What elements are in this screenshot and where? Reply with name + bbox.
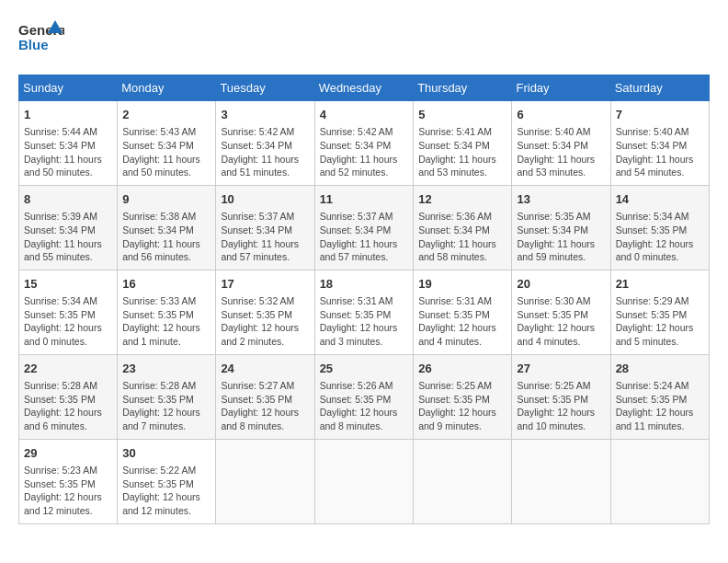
calendar-cell: 10Sunrise: 5:37 AMSunset: 5:34 PMDayligh… <box>216 185 314 270</box>
day-number: 18 <box>320 276 409 293</box>
column-header-sunday: Sunday <box>19 75 118 101</box>
day-number: 25 <box>320 361 409 377</box>
day-info: Sunrise: 5:27 AMSunset: 5:35 PMDaylight:… <box>221 379 309 433</box>
day-info: Sunrise: 5:38 AMSunset: 5:34 PMDaylight:… <box>122 210 210 264</box>
day-number: 7 <box>616 107 704 123</box>
day-number: 4 <box>320 107 409 123</box>
calendar-cell: 30Sunrise: 5:22 AMSunset: 5:35 PMDayligh… <box>118 439 216 523</box>
day-number: 9 <box>122 191 210 208</box>
calendar-cell: 16Sunrise: 5:33 AMSunset: 5:35 PMDayligh… <box>118 270 216 354</box>
day-number: 30 <box>122 445 210 462</box>
calendar-cell: 5Sunrise: 5:41 AMSunset: 5:34 PMDaylight… <box>414 101 512 186</box>
day-number: 20 <box>517 276 605 293</box>
calendar-table: SundayMondayTuesdayWednesdayThursdayFrid… <box>18 75 710 524</box>
day-info: Sunrise: 5:42 AMSunset: 5:34 PMDaylight:… <box>320 125 409 179</box>
day-number: 22 <box>24 361 112 377</box>
day-number: 17 <box>221 276 309 293</box>
calendar-cell: 27Sunrise: 5:25 AMSunset: 5:35 PMDayligh… <box>512 354 610 439</box>
calendar-cell: 14Sunrise: 5:34 AMSunset: 5:35 PMDayligh… <box>610 185 709 270</box>
day-number: 2 <box>122 107 210 123</box>
day-info: Sunrise: 5:31 AMSunset: 5:35 PMDaylight:… <box>418 294 506 349</box>
calendar-cell: 7Sunrise: 5:40 AMSunset: 5:34 PMDaylight… <box>610 101 709 186</box>
calendar-cell: 13Sunrise: 5:35 AMSunset: 5:34 PMDayligh… <box>512 185 610 270</box>
calendar-week-row: 29Sunrise: 5:23 AMSunset: 5:35 PMDayligh… <box>19 439 710 523</box>
day-info: Sunrise: 5:40 AMSunset: 5:34 PMDaylight:… <box>517 125 605 179</box>
page-header: General Blue <box>18 18 710 60</box>
calendar-cell: 8Sunrise: 5:39 AMSunset: 5:34 PMDaylight… <box>19 185 118 270</box>
logo-svg: General Blue <box>18 18 64 60</box>
day-info: Sunrise: 5:29 AMSunset: 5:35 PMDaylight:… <box>616 294 704 349</box>
day-info: Sunrise: 5:44 AMSunset: 5:34 PMDaylight:… <box>24 125 112 179</box>
calendar-cell: 23Sunrise: 5:28 AMSunset: 5:35 PMDayligh… <box>118 354 216 439</box>
calendar-cell <box>314 439 414 523</box>
calendar-cell <box>512 439 610 523</box>
calendar-week-row: 8Sunrise: 5:39 AMSunset: 5:34 PMDaylight… <box>19 185 710 270</box>
day-info: Sunrise: 5:34 AMSunset: 5:35 PMDaylight:… <box>616 210 704 264</box>
day-number: 14 <box>616 191 704 208</box>
day-info: Sunrise: 5:42 AMSunset: 5:34 PMDaylight:… <box>221 125 309 179</box>
day-info: Sunrise: 5:25 AMSunset: 5:35 PMDaylight:… <box>517 379 605 433</box>
day-number: 6 <box>517 107 605 123</box>
day-info: Sunrise: 5:36 AMSunset: 5:34 PMDaylight:… <box>418 210 506 264</box>
day-info: Sunrise: 5:40 AMSunset: 5:34 PMDaylight:… <box>616 125 704 179</box>
day-info: Sunrise: 5:31 AMSunset: 5:35 PMDaylight:… <box>320 294 409 349</box>
day-info: Sunrise: 5:37 AMSunset: 5:34 PMDaylight:… <box>221 210 309 264</box>
column-header-saturday: Saturday <box>610 75 709 101</box>
day-info: Sunrise: 5:43 AMSunset: 5:34 PMDaylight:… <box>122 125 210 179</box>
column-header-thursday: Thursday <box>414 75 512 101</box>
day-info: Sunrise: 5:37 AMSunset: 5:34 PMDaylight:… <box>320 210 409 264</box>
calendar-week-row: 22Sunrise: 5:28 AMSunset: 5:35 PMDayligh… <box>19 354 710 439</box>
calendar-cell: 9Sunrise: 5:38 AMSunset: 5:34 PMDaylight… <box>118 185 216 270</box>
day-info: Sunrise: 5:23 AMSunset: 5:35 PMDaylight:… <box>24 464 112 518</box>
calendar-body: 1Sunrise: 5:44 AMSunset: 5:34 PMDaylight… <box>19 101 710 524</box>
day-number: 10 <box>221 191 309 208</box>
calendar-cell: 3Sunrise: 5:42 AMSunset: 5:34 PMDaylight… <box>216 101 314 186</box>
day-number: 11 <box>320 191 409 208</box>
column-header-wednesday: Wednesday <box>314 75 414 101</box>
calendar-cell: 19Sunrise: 5:31 AMSunset: 5:35 PMDayligh… <box>414 270 512 354</box>
day-info: Sunrise: 5:25 AMSunset: 5:35 PMDaylight:… <box>418 379 506 433</box>
day-info: Sunrise: 5:30 AMSunset: 5:35 PMDaylight:… <box>517 294 605 349</box>
day-info: Sunrise: 5:24 AMSunset: 5:35 PMDaylight:… <box>616 379 704 433</box>
day-number: 1 <box>24 107 112 123</box>
calendar-cell: 22Sunrise: 5:28 AMSunset: 5:35 PMDayligh… <box>19 354 118 439</box>
day-info: Sunrise: 5:28 AMSunset: 5:35 PMDaylight:… <box>24 379 112 433</box>
day-number: 28 <box>616 361 704 377</box>
day-number: 8 <box>24 191 112 208</box>
day-info: Sunrise: 5:22 AMSunset: 5:35 PMDaylight:… <box>122 464 210 518</box>
calendar-cell <box>414 439 512 523</box>
day-number: 15 <box>24 276 112 293</box>
day-info: Sunrise: 5:33 AMSunset: 5:35 PMDaylight:… <box>122 294 210 349</box>
calendar-cell: 4Sunrise: 5:42 AMSunset: 5:34 PMDaylight… <box>314 101 414 186</box>
day-number: 24 <box>221 361 309 377</box>
day-info: Sunrise: 5:41 AMSunset: 5:34 PMDaylight:… <box>418 125 506 179</box>
calendar-cell: 15Sunrise: 5:34 AMSunset: 5:35 PMDayligh… <box>19 270 118 354</box>
day-number: 16 <box>122 276 210 293</box>
day-info: Sunrise: 5:28 AMSunset: 5:35 PMDaylight:… <box>122 379 210 433</box>
calendar-cell: 28Sunrise: 5:24 AMSunset: 5:35 PMDayligh… <box>610 354 709 439</box>
day-number: 5 <box>418 107 506 123</box>
calendar-cell: 20Sunrise: 5:30 AMSunset: 5:35 PMDayligh… <box>512 270 610 354</box>
column-header-friday: Friday <box>512 75 610 101</box>
calendar-week-row: 15Sunrise: 5:34 AMSunset: 5:35 PMDayligh… <box>19 270 710 354</box>
calendar-cell: 6Sunrise: 5:40 AMSunset: 5:34 PMDaylight… <box>512 101 610 186</box>
day-number: 21 <box>616 276 704 293</box>
day-number: 13 <box>517 191 605 208</box>
calendar-cell: 26Sunrise: 5:25 AMSunset: 5:35 PMDayligh… <box>414 354 512 439</box>
logo: General Blue <box>18 18 64 60</box>
day-number: 23 <box>122 361 210 377</box>
day-info: Sunrise: 5:26 AMSunset: 5:35 PMDaylight:… <box>320 379 409 433</box>
calendar-cell <box>610 439 709 523</box>
calendar-cell: 12Sunrise: 5:36 AMSunset: 5:34 PMDayligh… <box>414 185 512 270</box>
calendar-week-row: 1Sunrise: 5:44 AMSunset: 5:34 PMDaylight… <box>19 101 710 186</box>
calendar-cell: 17Sunrise: 5:32 AMSunset: 5:35 PMDayligh… <box>216 270 314 354</box>
column-header-monday: Monday <box>118 75 216 101</box>
calendar-cell: 25Sunrise: 5:26 AMSunset: 5:35 PMDayligh… <box>314 354 414 439</box>
calendar-cell: 1Sunrise: 5:44 AMSunset: 5:34 PMDaylight… <box>19 101 118 186</box>
day-info: Sunrise: 5:34 AMSunset: 5:35 PMDaylight:… <box>24 294 112 349</box>
calendar-cell: 11Sunrise: 5:37 AMSunset: 5:34 PMDayligh… <box>314 185 414 270</box>
day-info: Sunrise: 5:35 AMSunset: 5:34 PMDaylight:… <box>517 210 605 264</box>
day-number: 3 <box>221 107 309 123</box>
calendar-header-row: SundayMondayTuesdayWednesdayThursdayFrid… <box>19 75 710 101</box>
day-number: 26 <box>418 361 506 377</box>
